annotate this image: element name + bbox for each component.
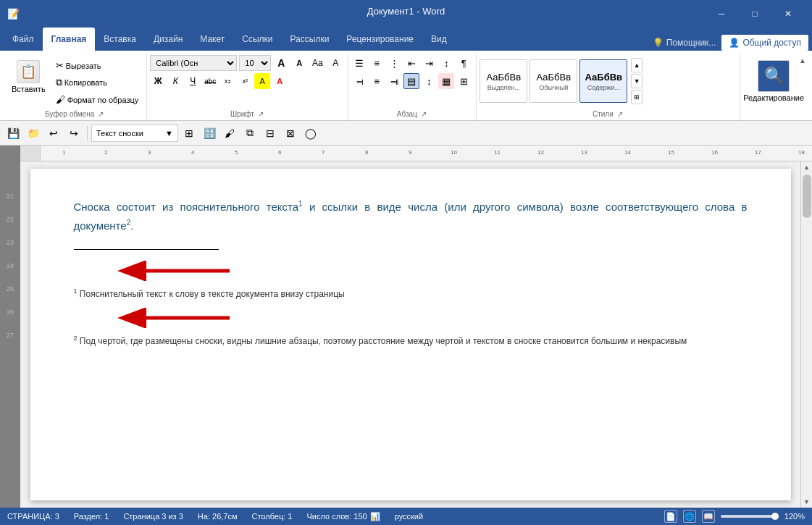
paste-button[interactable]: 📋 Вставить xyxy=(7,55,51,98)
expand-paragraph-icon[interactable]: ↗ xyxy=(421,110,427,118)
align-center-button[interactable]: ≡ xyxy=(369,73,385,89)
save-button[interactable]: 💾 xyxy=(4,124,22,143)
expand-clipboard-icon[interactable]: ↗ xyxy=(98,110,104,118)
borders-button[interactable]: ⊞ xyxy=(456,73,472,89)
format-painter-button[interactable]: 🖌 Формат по образцу xyxy=(52,92,143,107)
svg-text:3: 3 xyxy=(148,149,151,156)
cut-button[interactable]: ✂ Вырезать xyxy=(52,58,143,73)
text-highlight-button[interactable]: A xyxy=(254,73,270,89)
line-spacing-button[interactable]: ↕ xyxy=(421,73,437,89)
expand-styles-icon[interactable]: ↗ xyxy=(617,110,623,118)
styles-gallery: АаБбВв Выделен... АаБбВв Обычный АаБбВв … xyxy=(480,59,627,103)
share-button[interactable]: 👤 Общий доступ xyxy=(721,35,808,51)
show-marks-button[interactable]: ¶ xyxy=(456,55,472,71)
svg-text:5: 5 xyxy=(235,149,238,156)
italic-button[interactable]: К xyxy=(167,73,183,89)
svg-text:13: 13 xyxy=(581,149,587,156)
font-shrink-button[interactable]: A xyxy=(291,55,307,71)
zoom-slider[interactable] xyxy=(721,515,779,518)
tab-review[interactable]: Рецензирование xyxy=(338,28,422,51)
style-item-content[interactable]: АаБбВв Содержи... xyxy=(579,59,627,103)
footnote-dropdown[interactable]: Текст сноски ▼ xyxy=(91,125,178,142)
strikethrough-button[interactable]: abc xyxy=(202,73,218,89)
multilevel-list-button[interactable]: ⋮ xyxy=(386,55,402,71)
close-button[interactable]: ✕ xyxy=(771,0,805,28)
status-language: русский xyxy=(395,512,423,521)
change-case-button[interactable]: Aa xyxy=(309,55,325,71)
view-print-button[interactable]: 📄 xyxy=(664,510,677,523)
subscript-button[interactable]: x₂ xyxy=(219,73,235,89)
ribbon-tab-bar: Файл Главная Вставка Дизайн Макет Ссылки… xyxy=(0,28,812,51)
justify-button[interactable]: ▤ xyxy=(403,73,419,89)
tab-file[interactable]: Файл xyxy=(4,28,43,51)
page-marker-21: 21 xyxy=(7,193,14,200)
helper-button[interactable]: 💡 Помощник... xyxy=(653,38,716,48)
quick-access-toolbar: 💾 📁 ↩ ↪ Текст сноски ▼ ⊞ 🔠 🖌 ⧉ ⊟ ⊠ ◯ xyxy=(0,121,812,146)
scroll-up-button[interactable]: ▲ xyxy=(801,161,813,173)
increase-indent-button[interactable]: ⇥ xyxy=(421,55,437,71)
tab-view[interactable]: Вид xyxy=(422,28,456,51)
scroll-down-button[interactable]: ▼ xyxy=(801,496,813,508)
underline-button[interactable]: Ч xyxy=(185,73,201,89)
status-page: СТРАНИЦА: 3 xyxy=(7,512,59,521)
tab-layout[interactable]: Макет xyxy=(191,28,233,51)
font-family-select[interactable]: Calibri (Осн xyxy=(150,55,237,71)
editing-controls: 🔍 Редактирование xyxy=(743,54,804,109)
minimize-button[interactable]: ─ xyxy=(705,0,738,28)
expand-font-icon[interactable]: ↗ xyxy=(258,110,264,118)
svg-text:6: 6 xyxy=(278,149,282,156)
superscript-button[interactable]: x² xyxy=(237,73,253,89)
zoom-thumb[interactable] xyxy=(771,513,779,520)
shading-button[interactable]: ▦ xyxy=(438,73,454,89)
tab-mailings[interactable]: Рассылки xyxy=(282,28,338,51)
font-size-select[interactable]: 10 xyxy=(239,55,271,71)
align-right-button[interactable]: ⫥ xyxy=(386,73,402,89)
sort-button[interactable]: ↕ xyxy=(438,55,454,71)
paint-button[interactable]: 🖌 xyxy=(220,124,239,143)
clear-format-button[interactable]: A xyxy=(327,55,343,71)
undo-button[interactable]: ↩ xyxy=(44,124,63,143)
tab-design[interactable]: Дизайн xyxy=(145,28,191,51)
circle-button[interactable]: ◯ xyxy=(301,124,320,143)
view-read-button[interactable]: 📖 xyxy=(702,510,715,523)
ribbon-group-editing: 🔍 Редактирование x xyxy=(740,54,808,120)
status-section: Раздел: 1 xyxy=(74,512,109,521)
copy-button[interactable]: ⧉ Копировать xyxy=(52,75,143,91)
font-color-button[interactable]: A xyxy=(272,73,288,89)
search-button[interactable]: 🔍 xyxy=(758,60,790,92)
table-button[interactable]: ⊞ xyxy=(180,124,198,143)
svg-text:11: 11 xyxy=(494,149,501,156)
main-paragraph[interactable]: Сноска состоит из пояснительного текста1… xyxy=(74,198,748,235)
tab-references[interactable]: Ссылки xyxy=(233,28,281,51)
decrease-indent-button[interactable]: ⇤ xyxy=(403,55,419,71)
columns-button[interactable]: ⊟ xyxy=(261,124,280,143)
font-grow-button[interactable]: A xyxy=(273,55,289,71)
view-web-button[interactable]: 🌐 xyxy=(683,510,696,523)
table2-button[interactable]: ⧉ xyxy=(240,124,259,143)
vertical-scrollbar[interactable]: ▲ ▼ xyxy=(800,161,812,508)
format-button[interactable]: 🔠 xyxy=(200,124,219,143)
tab-home[interactable]: Главная xyxy=(43,28,96,51)
maximize-button[interactable]: □ xyxy=(738,0,771,28)
font-format-row: Ж К Ч abc x₂ x² A A xyxy=(150,73,288,89)
align-left-button[interactable]: ⫤ xyxy=(351,73,367,89)
tab-insert[interactable]: Вставка xyxy=(95,28,145,51)
merge-button[interactable]: ⊠ xyxy=(281,124,300,143)
style-item-normal[interactable]: АаБбВв Обычный xyxy=(530,59,577,103)
styles-expand-button[interactable]: ⊞ xyxy=(631,90,643,104)
styles-scroll-up-button[interactable]: ▲ xyxy=(631,58,643,72)
scroll-track[interactable] xyxy=(801,173,812,496)
bullets-button[interactable]: ☰ xyxy=(351,55,367,71)
numbering-button[interactable]: ≡ xyxy=(369,55,385,71)
open-button[interactable]: 📁 xyxy=(24,124,43,143)
scroll-thumb[interactable] xyxy=(803,175,811,218)
scissors-icon: ✂ xyxy=(56,60,64,71)
redo-button[interactable]: ↪ xyxy=(64,124,83,143)
style-item-selected[interactable]: АаБбВв Выделен... xyxy=(480,59,527,103)
paragraph-controls: ☰ ≡ ⋮ ⇤ ⇥ ↕ ¶ ⫤ ≡ ⫥ ▤ ↕ ▦ ⊞ xyxy=(351,54,472,109)
ruler-scale: 1 2 3 4 5 6 7 8 9 10 11 12 13 14 xyxy=(41,146,812,161)
document-scroll-area[interactable]: Сноска состоит из пояснительного текста1… xyxy=(20,161,800,508)
paragraph-row1: ☰ ≡ ⋮ ⇤ ⇥ ↕ ¶ xyxy=(351,55,472,71)
bold-button[interactable]: Ж xyxy=(150,73,166,89)
styles-scroll-down-button[interactable]: ▼ xyxy=(631,74,643,88)
